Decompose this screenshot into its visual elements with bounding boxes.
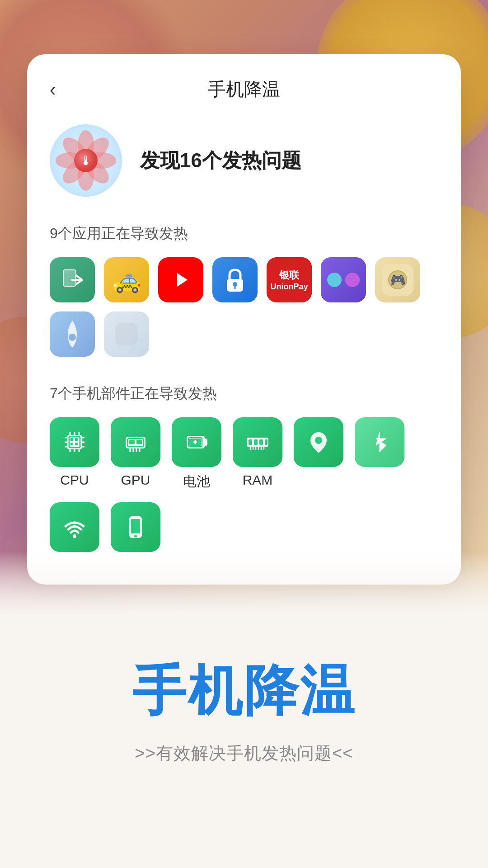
- fan-blades-icon: 🌡: [54, 129, 117, 192]
- battery-label: 电池: [183, 472, 210, 491]
- svg-point-69: [134, 535, 137, 538]
- ram-icon: [233, 417, 282, 467]
- svg-rect-49: [205, 439, 207, 446]
- cpu-icon: [50, 417, 99, 467]
- app-game[interactable]: 🎮: [375, 257, 420, 302]
- svg-rect-46: [129, 440, 135, 444]
- svg-rect-57: [259, 439, 263, 445]
- svg-point-20: [69, 334, 76, 341]
- fan-icon-container: 🌡: [50, 124, 122, 197]
- page-title: 手机降温: [208, 77, 280, 102]
- gpu-label: GPU: [121, 472, 150, 488]
- svg-point-65: [315, 437, 322, 444]
- subtitle: >>有效解决手机发热问题<<: [135, 742, 353, 765]
- bottom-section: 手机降温 >>有效解决手机发热问题<<: [0, 552, 488, 868]
- big-title: 手机降温: [132, 655, 356, 728]
- svg-rect-37: [75, 438, 78, 441]
- back-button[interactable]: ‹: [50, 80, 56, 99]
- location-icon: [294, 417, 343, 467]
- component-wifi[interactable]: [50, 502, 99, 557]
- wifi-icon: [50, 502, 99, 552]
- component-phone[interactable]: [111, 502, 160, 557]
- apps-grid: 🚕: [50, 257, 438, 357]
- svg-rect-39: [75, 443, 78, 445]
- svg-rect-10: [63, 270, 76, 286]
- components-section-label: 7个手机部件正在导致发热: [50, 384, 438, 404]
- component-battery[interactable]: 电池: [172, 417, 221, 491]
- svg-rect-47: [136, 440, 142, 444]
- svg-rect-56: [254, 439, 258, 445]
- svg-rect-21: [115, 323, 138, 345]
- main-card: ‹ 手机降温: [27, 54, 461, 585]
- ram-label: RAM: [243, 472, 273, 488]
- app-youtube[interactable]: [158, 257, 203, 302]
- svg-text:🎮: 🎮: [390, 273, 406, 288]
- svg-rect-36: [70, 438, 73, 441]
- svg-rect-55: [249, 439, 252, 445]
- heat-section: 🌡 发现16个发热问题: [50, 124, 438, 197]
- battery-icon: [172, 417, 221, 467]
- fan-background: 🌡: [50, 124, 122, 197]
- heat-title: 发现16个发热问题: [140, 147, 301, 174]
- app-blue-light[interactable]: [50, 311, 95, 357]
- svg-rect-68: [131, 519, 140, 533]
- component-location[interactable]: [294, 417, 343, 491]
- svg-point-15: [233, 282, 237, 287]
- apps-section-label: 9个应用正在导致发热: [50, 224, 438, 244]
- svg-point-66: [73, 534, 76, 538]
- component-bluetooth[interactable]: [355, 417, 404, 491]
- app-unionpay[interactable]: 银联 UnionPay: [267, 257, 312, 302]
- app-placeholder[interactable]: [104, 311, 149, 357]
- card-header: ‹ 手机降温: [50, 77, 438, 102]
- component-gpu[interactable]: GPU: [111, 417, 160, 491]
- svg-text:🌡: 🌡: [80, 154, 92, 168]
- app-transfer[interactable]: [50, 257, 95, 302]
- gpu-icon: [111, 417, 160, 467]
- components-grid: CPU GPU: [50, 417, 438, 557]
- cpu-label: CPU: [60, 472, 89, 488]
- svg-rect-38: [70, 443, 73, 445]
- phone-icon: [111, 502, 160, 552]
- component-ram[interactable]: RAM: [233, 417, 282, 491]
- app-duo[interactable]: [321, 257, 366, 302]
- component-cpu[interactable]: CPU: [50, 417, 99, 491]
- apps-section: 9个应用正在导致发热 🚕: [50, 224, 438, 357]
- app-taxi[interactable]: 🚕: [104, 257, 149, 302]
- bluetooth-icon: [355, 417, 404, 467]
- svg-rect-58: [265, 439, 267, 445]
- components-section: 7个手机部件正在导致发热: [50, 384, 438, 557]
- app-lock[interactable]: [212, 257, 258, 302]
